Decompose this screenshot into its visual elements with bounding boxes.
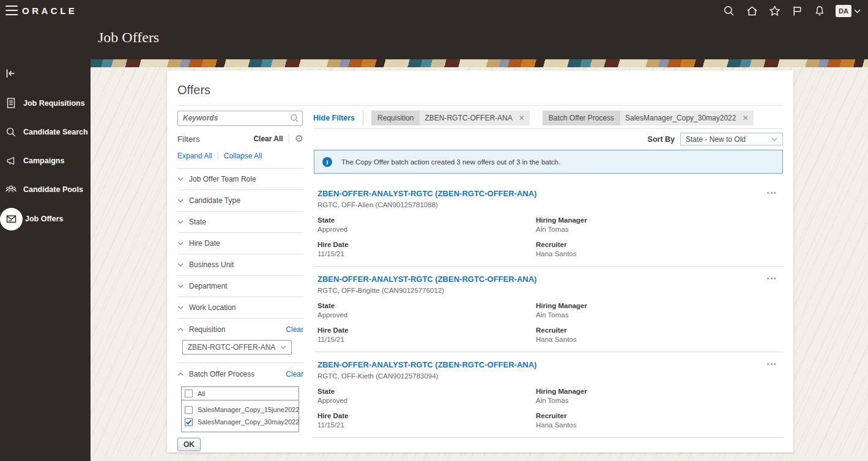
- recruiter-label: Recruiter: [536, 412, 779, 419]
- offer-card: ZBEN-OFFER-ANALYST-RGTC (ZBEN-RGTC-OFFER…: [314, 267, 783, 352]
- chip-label: Batch Offer Process: [543, 111, 620, 125]
- filter-group-work-location[interactable]: Work Location: [177, 297, 303, 319]
- filter-group-label: Work Location: [189, 303, 236, 312]
- option-all[interactable]: All: [182, 387, 299, 400]
- user-menu[interactable]: DA: [836, 5, 861, 17]
- collapse-all-link[interactable]: Collapse All: [224, 152, 262, 160]
- filter-group-label: Requisition: [189, 325, 225, 334]
- sidebar-item-label: Candidate Pools: [23, 185, 83, 194]
- avatar[interactable]: DA: [836, 5, 851, 17]
- more-actions-icon[interactable]: [767, 360, 776, 365]
- sidebar-item-job-requisitions[interactable]: Job Requisitions: [0, 89, 91, 117]
- clear-requisition-link[interactable]: Clear: [286, 325, 303, 334]
- offer-card: ZBEN-OFFER-ANALYST-RGTC (ZBEN-RGTC-OFFER…: [314, 352, 783, 438]
- offer-title-link[interactable]: ZBEN-OFFER-ANALYST-RGTC (ZBEN-RGTC-OFFER…: [317, 360, 536, 369]
- hamburger-menu-icon[interactable]: [6, 6, 18, 15]
- sidebar-nav: Job Requisitions Candidate Search Campai…: [0, 59, 91, 461]
- filter-group-label: Hire Date: [189, 239, 220, 248]
- checkbox-checked[interactable]: [185, 418, 193, 426]
- ok-button[interactable]: OK: [177, 438, 201, 451]
- checkbox-unchecked[interactable]: [185, 406, 193, 414]
- filter-group-candidate-type[interactable]: Candidate Type: [177, 190, 303, 212]
- flag-icon[interactable]: [790, 4, 804, 18]
- search-icon[interactable]: [290, 114, 299, 123]
- filter-group-hire-date[interactable]: Hire Date: [177, 233, 303, 254]
- chip-value: SalesManager_Copy_30may2022: [625, 114, 736, 122]
- chevron-up-icon: [177, 328, 184, 331]
- sidebar-item-label: Candidate Search: [23, 128, 88, 136]
- chevron-up-icon: [177, 372, 184, 376]
- filters-title: Filters: [177, 135, 200, 144]
- state-label: State: [317, 216, 536, 224]
- sidebar-item-candidate-pools[interactable]: Candidate Pools: [0, 175, 91, 204]
- sidebar-collapse-icon[interactable]: [5, 67, 18, 80]
- keywords-search: [177, 111, 303, 126]
- top-header: ORACLE DA Job Offers: [0, 0, 868, 59]
- keywords-input[interactable]: [177, 111, 303, 126]
- chevron-down-icon: [854, 9, 861, 13]
- chevron-down-icon: [771, 138, 777, 141]
- people-icon: [5, 184, 17, 195]
- sidebar-item-job-offers[interactable]: Job Offers: [0, 204, 91, 234]
- hire-date-value: 11/15/21: [317, 421, 536, 429]
- home-icon[interactable]: [745, 4, 759, 18]
- oracle-logo: ORACLE: [22, 6, 77, 16]
- filter-chip-batch-offer-process: Batch Offer Process SalesManager_Copy_30…: [543, 111, 754, 125]
- hire-date-label: Hire Date: [317, 412, 536, 419]
- hiring-manager-label: Hiring Manager: [536, 302, 779, 309]
- clear-batch-offer-process-link[interactable]: Clear: [286, 370, 303, 378]
- expand-all-link[interactable]: Expand All: [177, 152, 212, 160]
- state-label: State: [317, 388, 536, 395]
- offers-list-panel: Sort By State - New to Old i The Copy Of…: [314, 128, 783, 457]
- document-icon: [5, 97, 17, 109]
- filter-group-label: Batch Offer Process: [189, 370, 254, 378]
- notifications-bell-icon[interactable]: [813, 4, 826, 18]
- filter-group-label: Department: [189, 282, 228, 290]
- filter-group-batch-offer-process-header[interactable]: Batch Offer Process Clear: [177, 370, 303, 378]
- divider: [177, 105, 783, 106]
- chevron-down-icon: [177, 177, 184, 181]
- sidebar-item-label: Campaigns: [23, 157, 64, 165]
- favorites-star-icon[interactable]: [768, 4, 781, 18]
- chevron-down-icon: [177, 220, 184, 224]
- hire-date-value: 11/15/21: [317, 336, 536, 343]
- chip-label: Requisition: [371, 111, 420, 125]
- checkbox-unchecked[interactable]: [185, 389, 193, 397]
- filter-group-business-unit[interactable]: Business Unit: [177, 254, 303, 276]
- remove-chip-icon[interactable]: ✕: [519, 114, 525, 122]
- filter-group-department[interactable]: Department: [177, 276, 303, 297]
- sidebar-item-candidate-search[interactable]: Candidate Search: [0, 117, 91, 146]
- search-icon[interactable]: [722, 4, 736, 18]
- chip-value: ZBEN-RGTC-OFFER-ANA: [425, 114, 512, 122]
- divider: [289, 134, 289, 144]
- megaphone-icon: [5, 155, 17, 166]
- filter-group-job-offer-team-role[interactable]: Job Offer Team Role: [177, 169, 303, 190]
- info-banner: i The Copy Offer batch action created 3 …: [314, 150, 783, 174]
- offer-title-link[interactable]: ZBEN-OFFER-ANALYST-RGTC (ZBEN-RGTC-OFFER…: [317, 275, 536, 284]
- chevron-down-icon: [177, 306, 184, 309]
- sort-by-label: Sort By: [648, 135, 675, 144]
- filters-sidebar: Filters Clear All ⚙ Expand All Collapse …: [177, 128, 303, 457]
- remove-chip-icon[interactable]: ✕: [742, 114, 748, 122]
- clear-all-button[interactable]: Clear All: [253, 135, 283, 143]
- sidebar-item-campaigns[interactable]: Campaigns: [0, 146, 91, 175]
- gear-icon[interactable]: ⚙: [295, 134, 303, 144]
- state-label: State: [317, 302, 536, 309]
- sort-by-select[interactable]: State - New to Old: [680, 133, 783, 146]
- option-label: SalesManager_Copy_15june2022: [198, 406, 299, 413]
- hide-filters-link[interactable]: Hide Filters: [313, 114, 355, 122]
- more-actions-icon[interactable]: [767, 189, 776, 194]
- filter-group-state[interactable]: State: [177, 212, 303, 233]
- option-salesmanager-copy-30may2022[interactable]: SalesManager_Copy_30may2022: [182, 416, 299, 428]
- divider: [363, 111, 363, 125]
- sidebar-item-label: Job Offers: [25, 215, 64, 223]
- more-actions-icon[interactable]: [767, 275, 776, 279]
- chevron-down-icon: [177, 242, 184, 245]
- requisition-select[interactable]: ZBEN-RGTC-OFFER-ANA: [182, 340, 292, 355]
- filter-group-requisition-header[interactable]: Requisition Clear: [177, 325, 303, 334]
- active-item-circle: [0, 208, 23, 230]
- offer-title-link[interactable]: ZBEN-OFFER-ANALYST-RGTC (ZBEN-RGTC-OFFER…: [317, 189, 536, 198]
- hire-date-label: Hire Date: [317, 326, 536, 334]
- recruiter-label: Recruiter: [536, 241, 779, 248]
- option-salesmanager-copy-15june2022[interactable]: SalesManager_Copy_15june2022: [182, 404, 299, 416]
